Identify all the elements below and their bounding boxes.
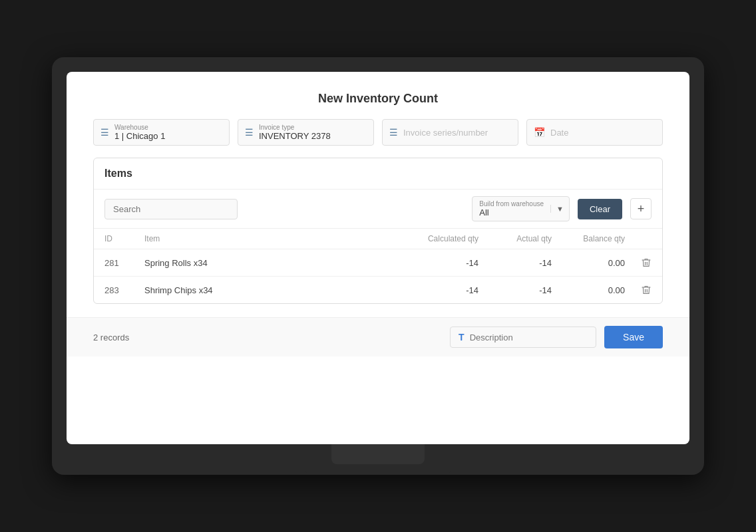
col-actual-qty-header: Actual qty bbox=[478, 234, 552, 243]
invoice-type-value: INVENTORY 2378 bbox=[259, 131, 331, 141]
cell-balance-qty: 0.00 bbox=[552, 285, 625, 295]
text-icon: T bbox=[459, 332, 465, 342]
search-input[interactable] bbox=[104, 199, 238, 219]
invoice-type-list-icon: ☰ bbox=[245, 127, 254, 138]
table-row: 281 Spring Rolls x34 -14 -14 0.00 bbox=[94, 249, 662, 277]
invoice-series-field[interactable]: ☰ Invoice series/number bbox=[382, 119, 518, 146]
table-body: 281 Spring Rolls x34 -14 -14 0.00 283 Sh… bbox=[94, 249, 662, 303]
description-field[interactable]: T bbox=[450, 327, 596, 348]
build-warehouse-value: All bbox=[479, 207, 544, 217]
invoice-type-label: Invoice type bbox=[259, 124, 331, 131]
col-actions-header bbox=[625, 234, 652, 243]
cell-actual-qty: -14 bbox=[478, 285, 552, 295]
invoice-series-placeholder: Invoice series/number bbox=[403, 128, 488, 138]
build-warehouse-dropdown[interactable]: Build from warehouse All ▼ bbox=[472, 196, 570, 221]
col-item-header: Item bbox=[144, 234, 392, 243]
col-id-header: ID bbox=[104, 234, 144, 243]
cell-id: 281 bbox=[104, 258, 144, 268]
cell-calculated-qty: -14 bbox=[392, 285, 478, 295]
warehouse-label: Warehouse bbox=[114, 124, 165, 131]
page-title: New Inventory Count bbox=[93, 92, 663, 106]
cell-item: Spring Rolls x34 bbox=[144, 258, 392, 268]
build-warehouse-label: Build from warehouse bbox=[479, 200, 544, 207]
invoice-type-field[interactable]: ☰ Invoice type INVENTORY 2378 bbox=[238, 119, 374, 146]
save-button[interactable]: Save bbox=[604, 326, 663, 348]
cell-item: Shrimp Chips x34 bbox=[144, 285, 392, 295]
items-section: Items Build from warehouse All ▼ Clear + bbox=[93, 158, 663, 304]
cell-actual-qty: -14 bbox=[478, 258, 552, 268]
calendar-icon: 📅 bbox=[534, 127, 545, 138]
description-input[interactable] bbox=[470, 332, 588, 342]
records-count: 2 records bbox=[93, 332, 129, 342]
cell-calculated-qty: -14 bbox=[392, 258, 478, 268]
warehouse-field[interactable]: ☰ Warehouse 1 | Chicago 1 bbox=[93, 119, 230, 146]
col-calculated-qty-header: Calculated qty bbox=[392, 234, 478, 243]
delete-row-button[interactable] bbox=[625, 285, 652, 295]
cell-balance-qty: 0.00 bbox=[552, 258, 625, 268]
add-item-button[interactable]: + bbox=[630, 198, 652, 219]
items-toolbar: Build from warehouse All ▼ Clear + bbox=[94, 190, 662, 229]
date-placeholder: Date bbox=[550, 128, 568, 138]
warehouse-list-icon: ☰ bbox=[100, 127, 109, 138]
table-header: ID Item Calculated qty Actual qty Balanc… bbox=[94, 229, 662, 249]
footer: 2 records T Save bbox=[67, 317, 689, 356]
table-row: 283 Shrimp Chips x34 -14 -14 0.00 bbox=[94, 277, 662, 303]
items-header: Items bbox=[94, 158, 662, 190]
cell-id: 283 bbox=[104, 285, 144, 295]
warehouse-value: 1 | Chicago 1 bbox=[114, 131, 165, 141]
date-field[interactable]: 📅 Date bbox=[526, 119, 663, 146]
form-fields: ☰ Warehouse 1 | Chicago 1 ☰ Invoice type… bbox=[93, 119, 663, 146]
invoice-series-list-icon: ☰ bbox=[389, 127, 398, 138]
items-title: Items bbox=[104, 168, 132, 179]
delete-row-button[interactable] bbox=[625, 257, 652, 268]
clear-button[interactable]: Clear bbox=[578, 199, 622, 219]
col-balance-qty-header: Balance qty bbox=[552, 234, 625, 243]
chevron-down-icon[interactable]: ▼ bbox=[550, 205, 569, 213]
